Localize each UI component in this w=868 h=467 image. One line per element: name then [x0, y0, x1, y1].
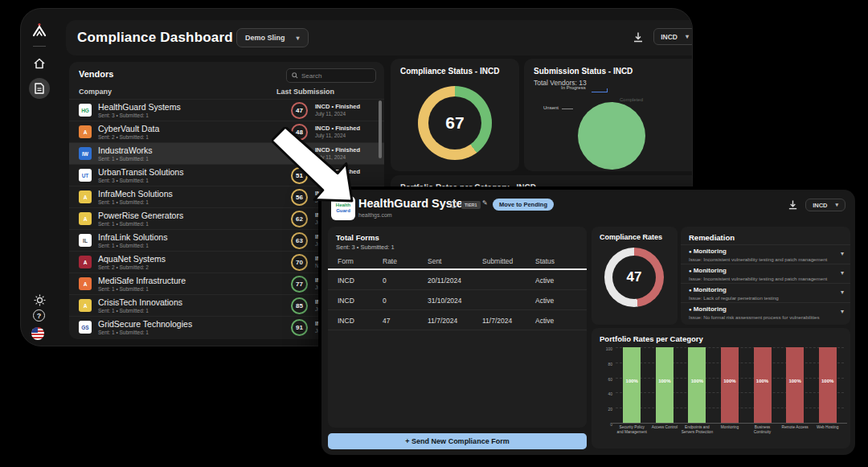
bar-group: 100% 100% 100% 100% 100% 100% 100% [616, 347, 844, 423]
vendor-logo: GS [79, 321, 92, 334]
filter-dropdown[interactable]: INCD ▾ [653, 28, 693, 45]
remediation-item[interactable]: ●Monitoring Issue: Inconsistent vulnerab… [681, 244, 850, 264]
vendor-rate-badge: 85 [291, 297, 308, 314]
form-row[interactable]: INCD 0 31/10/2024 Active [328, 290, 587, 310]
column-status: Status [535, 257, 555, 265]
chevron-down-icon: ▾ [297, 35, 300, 42]
vendor-rate-badge: 51 [291, 167, 308, 184]
download-icon[interactable] [788, 199, 799, 211]
language-flag-icon[interactable] [31, 327, 44, 340]
x-label: Endpoints and Servers Protection [681, 425, 713, 435]
vendor-logo: IW [79, 147, 92, 160]
vendor-logo: A [79, 299, 92, 312]
compliance-status-donut: 67 [418, 86, 492, 160]
vendor-rate-badge: 48 [291, 124, 308, 141]
home-icon[interactable] [31, 55, 47, 72]
vendor-name: AquaNet Systems [98, 254, 166, 264]
forms-icon[interactable] [29, 78, 50, 99]
cell-rate: 0 [383, 297, 387, 305]
vendors-column-headers: Company Last Submission [69, 88, 384, 99]
vendor-row[interactable]: A CyberVault Data Sent: 2 • Submitted: 1… [69, 121, 384, 142]
vendor-rate-badge: 56 [291, 189, 308, 206]
remediation-issue: Issue: Inconsistent vulnerability testin… [689, 276, 827, 281]
remediation-category: Monitoring [694, 286, 727, 293]
form-row[interactable]: INCD 47 11/7/2024 11/7/2024 Active [328, 310, 587, 330]
overlay-filter-value: INCD [813, 202, 827, 209]
vendor-status: INCD • Finished [315, 125, 360, 132]
chevron-down-icon[interactable]: ▾ [841, 308, 844, 315]
vendor-name: PowerRise Generators [98, 211, 183, 220]
bar-web-hosting: 100% [819, 347, 837, 423]
chevron-down-icon[interactable]: ▾ [841, 269, 844, 277]
submission-status-pie [578, 102, 645, 170]
remediation-item[interactable]: ●Monitoring Issue: Inconsistent vulnerab… [681, 264, 850, 283]
pie-label-in-progress: In Progress [561, 85, 586, 90]
vendor-logo: A [79, 277, 92, 290]
vendor-date: July 11, 2024 [315, 111, 346, 117]
vendor-domain: healthgs.com [358, 212, 392, 218]
column-company: Company [79, 88, 112, 96]
vendor-name: InfraLink Solutions [98, 232, 167, 242]
vendor-rate-badge: 77 [291, 276, 308, 293]
vendor-rate-badge: 91 [291, 319, 308, 336]
vendor-rate-badge: 70 [291, 254, 308, 271]
y-tick: 40 [595, 391, 612, 396]
bullet-icon: ● [689, 249, 692, 254]
vendor-substats: Sent: 1 • Submitted: 1 [98, 199, 149, 205]
vendor-detail-overlay: Health Guard HealthGuard Systems i TIER1… [321, 190, 855, 455]
vendor-search[interactable] [286, 68, 376, 83]
cell-status: Active [535, 277, 554, 285]
pie-leader-line [592, 88, 608, 92]
bar-value-label: 100% [623, 379, 641, 383]
compliance-status-value: 67 [428, 96, 481, 150]
vendor-row[interactable]: UT UrbanTransit Solutions Sent: 3 • Subm… [69, 164, 384, 186]
org-selector-dropdown[interactable]: Demo Sling ▾ [236, 28, 309, 47]
vendors-scrollbar[interactable] [379, 100, 382, 158]
sidebar: ? [21, 9, 58, 346]
logo-line-2: Guard [336, 208, 350, 214]
tier-badge: TIER1 [461, 201, 481, 209]
org-selector-value: Demo Sling [245, 34, 285, 42]
remediation-issue: Issue: Lack of regular penetration testi… [689, 295, 779, 301]
help-icon[interactable]: ? [33, 309, 45, 322]
vendor-logo: A [79, 256, 92, 268]
cell-form: INCD [338, 277, 354, 285]
app-header: Compliance Dashboard Demo Sling ▾ INCD ▾ [66, 20, 693, 55]
remediation-item[interactable]: ●Monitoring Issue: No formal risk assess… [681, 302, 850, 322]
send-compliance-form-button[interactable]: + Send New Compliance Form [328, 433, 587, 449]
move-to-pending-button[interactable]: Move to Pending [493, 199, 554, 211]
theme-toggle-icon[interactable] [31, 292, 47, 308]
compliance-status-card: Compliance Status - INCD 67 [391, 59, 519, 171]
column-sent: Sent [428, 257, 442, 265]
total-forms-card: Total Forms Sent: 3 • Submitted: 1 Form … [328, 227, 587, 428]
bar-value-label: 100% [819, 379, 837, 383]
bar-value-label: 100% [656, 379, 674, 383]
edit-pencil-icon[interactable]: ✎ [482, 199, 488, 207]
search-input[interactable] [301, 72, 366, 80]
x-label: Monitoring [714, 425, 746, 435]
vendor-substats: Sent: 1 • Submitted: 1 [98, 330, 149, 335]
vendor-date: July 11, 2024 [315, 154, 346, 160]
cell-rate: 0 [383, 277, 387, 285]
bar-monitoring: 100% [721, 347, 739, 423]
vendor-row[interactable]: HG HealthGuard Systems Sent: 3 • Submitt… [69, 99, 384, 121]
info-icon[interactable]: i [450, 201, 457, 208]
download-icon[interactable] [633, 31, 644, 43]
vendor-name: InfraMech Solutions [98, 189, 173, 199]
chevron-down-icon[interactable]: ▾ [841, 289, 844, 296]
vendor-name: MediSafe Infrastructure [98, 276, 186, 285]
vendor-status: INCD • Finished [315, 168, 360, 175]
vendor-row-selected[interactable]: IW IndustraWorks Sent: 1 • Submitted: 1 … [69, 142, 384, 164]
vendor-logo: UT [79, 169, 92, 182]
cell-sent: 31/10/2024 [428, 297, 462, 305]
bar-security-policy: 100% [623, 347, 641, 423]
chevron-down-icon[interactable]: ▾ [841, 250, 844, 257]
overlay-filter-dropdown[interactable]: INCD ▾ [805, 199, 845, 211]
cell-submitted: 11/7/2024 [482, 317, 512, 325]
form-row[interactable]: INCD 0 20/11/2024 Active [328, 270, 587, 290]
y-tick: 80 [595, 361, 612, 366]
y-tick: 60 [595, 376, 612, 381]
remediation-item[interactable]: ●Monitoring Issue: Lack of regular penet… [681, 283, 850, 302]
cell-form: INCD [338, 297, 354, 305]
x-label: Access Control [649, 425, 681, 435]
